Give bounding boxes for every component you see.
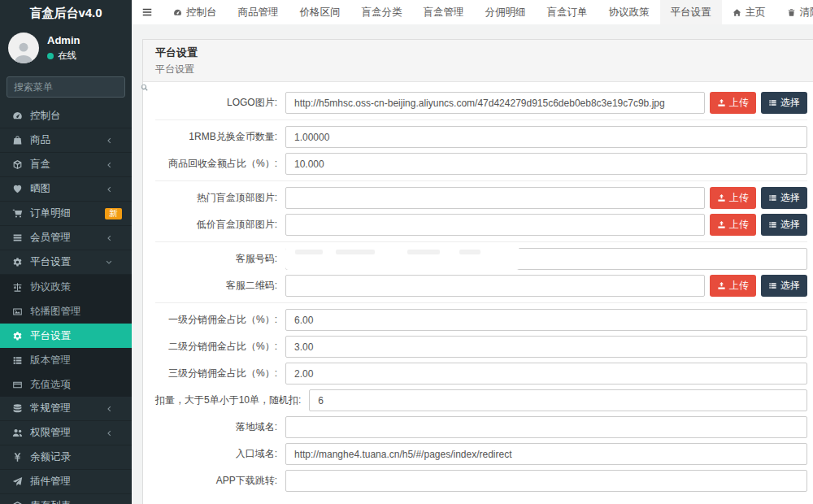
topnav-item-label: 盲盒分类 (362, 6, 402, 20)
field-label: 三级分销佣金占比（%）: (155, 363, 277, 385)
logo-image-input[interactable] (285, 92, 705, 114)
level2-commission-input[interactable] (285, 336, 807, 358)
recycle-percent-input[interactable] (285, 153, 807, 175)
topnav-item-clear-cache[interactable]: 清除缓存 (776, 0, 813, 24)
field-label: 落地域名: (155, 416, 277, 438)
list-icon (768, 98, 777, 107)
hot-top-image-input[interactable] (285, 187, 705, 209)
form-row-level1-commission: 一级分销佣金占比（%）: (155, 309, 807, 331)
form-divider (155, 180, 807, 181)
topnav-item-blindbox-orders[interactable]: 盲盒订单 (537, 0, 598, 24)
chevron-left-icon (102, 429, 116, 437)
cheap-top-image-input[interactable] (285, 214, 705, 236)
sidebar-item-label: 版本管理 (30, 354, 122, 367)
entry-domain-input[interactable] (285, 443, 807, 465)
topnav-item-label: 主页 (746, 6, 766, 20)
level1-commission-input[interactable] (285, 309, 807, 331)
cube-icon (10, 501, 24, 504)
field-label: 二级分销佣金占比（%）: (155, 336, 277, 358)
choose-button[interactable]: 选择 (761, 187, 807, 209)
field-label: 扣量，大于5单小于10单，随机扣: (155, 389, 301, 411)
sidebar-item-photos[interactable]: 晒图 (0, 177, 132, 202)
topnav-item-label: 清除缓存 (800, 6, 813, 20)
upload-button[interactable]: 上传 (710, 92, 756, 114)
upload-button[interactable]: 上传 (710, 275, 756, 297)
breadcrumb: 平台设置 (155, 63, 801, 76)
sidebar-item-plugin-management[interactable]: 插件管理 (0, 470, 132, 494)
topnav-item-platform-settings[interactable]: 平台设置 (660, 0, 722, 24)
sidebar-item-label: 协议政策 (30, 280, 122, 294)
topnav-item-blindbox-category[interactable]: 盲盒分类 (351, 0, 413, 24)
database-icon (10, 403, 24, 414)
sidebar-item-general-management[interactable]: 常规管理 (0, 397, 132, 421)
topnav-item-commission-details[interactable]: 分佣明细 (475, 0, 537, 24)
sidebar-item-permission-management[interactable]: 权限管理 (0, 421, 132, 445)
topnav-item-price-range[interactable]: 价格区间 (289, 0, 351, 24)
sidebar-item-members[interactable]: 会员管理 (0, 226, 132, 250)
chevron-left-icon (102, 234, 116, 242)
level3-commission-input[interactable] (285, 363, 807, 385)
form-row-service-qrcode: 客服二维码:上传选择 (155, 275, 807, 297)
sidebar-search (7, 76, 125, 98)
deduction-input[interactable] (309, 389, 807, 411)
layers-icon (10, 355, 24, 366)
sidebar-item-inventory-list[interactable]: 库存列表 (0, 494, 132, 504)
topnav-item-goods-management[interactable]: 商品管理 (228, 0, 289, 24)
panel-heading: 平台设置 平台设置 (143, 40, 813, 82)
topnav-right: 主页清除缓存 (722, 0, 813, 24)
form-row-logo-image: LOGO图片:上传选择 (155, 92, 807, 114)
sidebar-item-label: 充值选项 (30, 378, 122, 392)
topnav-item-home[interactable]: 主页 (722, 0, 776, 24)
sidebar-item-label: 平台设置 (30, 329, 122, 343)
sidebar-item-balance-records[interactable]: 余额记录 (0, 445, 132, 470)
sidebar-item-banner-management[interactable]: 轮播图管理 (0, 299, 132, 324)
landing-domain-input[interactable] (285, 416, 807, 438)
choose-button[interactable]: 选择 (761, 92, 807, 114)
trash-icon (787, 8, 796, 17)
form-row-rmb-exchange-rate: 1RMB兑换金币数量: (155, 126, 807, 148)
sidebar-item-version-management[interactable]: 版本管理 (0, 348, 132, 372)
form-row-level3-commission: 三级分销佣金占比（%）: (155, 363, 807, 385)
list-icon (768, 220, 777, 229)
sidebar-item-platform-settings-page[interactable]: 平台设置 (0, 324, 132, 348)
topnav-item-label: 商品管理 (238, 6, 279, 20)
sidebar-item-blindbox[interactable]: 盲盒 (0, 153, 132, 177)
search-input[interactable] (14, 81, 140, 93)
choose-button[interactable]: 选择 (761, 275, 807, 297)
topnav-item-dashboard[interactable]: 控制台 (163, 0, 228, 24)
sidebar-item-agreement-policy[interactable]: 协议政策 (0, 275, 132, 299)
watermark-patch (285, 247, 520, 270)
upload-button[interactable]: 上传 (710, 187, 756, 209)
sidebar-item-label: 晒图 (30, 182, 102, 196)
topnav-item-blindbox-management[interactable]: 盲盒管理 (413, 0, 475, 24)
settings-panel: 平台设置 平台设置 LOGO图片:上传选择1RMB兑换金币数量:商品回收金额占比… (142, 39, 813, 504)
user-status-label: 在线 (58, 50, 76, 62)
main-area: 控制台商品管理价格区间盲盒分类盲盒管理分佣明细盲盒订单协议政策平台设置 主页清除… (132, 0, 813, 504)
sidebar-item-goods[interactable]: 商品 (0, 128, 132, 153)
sidebar-item-label: 库存列表 (30, 499, 122, 504)
hamburger-menu-icon[interactable] (132, 0, 163, 24)
sidebar-item-recharge-options[interactable]: 充值选项 (0, 372, 132, 397)
form-row-app-download-redirect: APP下载跳转: (155, 470, 807, 492)
sidebar-item-label: 控制台 (30, 109, 122, 123)
plane-icon (10, 476, 24, 487)
yen-icon (10, 452, 24, 463)
rmb-exchange-rate-input[interactable] (285, 126, 807, 148)
sidebar-item-order-details[interactable]: 订单明细新 (0, 202, 132, 226)
settings-form: LOGO图片:上传选择1RMB兑换金币数量:商品回收金额占比（%）:热门盲盒顶部… (143, 82, 813, 504)
user-name: Admin (47, 34, 80, 46)
topnav-item-agreement-policy[interactable]: 协议政策 (598, 0, 660, 24)
topnav-items: 控制台商品管理价格区间盲盒分类盲盒管理分佣明细盲盒订单协议政策平台设置 (163, 0, 722, 24)
service-qrcode-input[interactable] (285, 275, 705, 297)
upload-button[interactable]: 上传 (710, 214, 756, 236)
sidebar-item-label: 常规管理 (30, 402, 102, 415)
app-download-redirect-input[interactable] (285, 470, 807, 492)
avatar (8, 33, 39, 63)
form-row-level2-commission: 二级分销佣金占比（%）: (155, 336, 807, 358)
sidebar-item-dashboard[interactable]: 控制台 (0, 104, 132, 128)
user-panel: Admin 在线 (0, 26, 132, 72)
sidebar-item-platform-settings[interactable]: 平台设置 (0, 250, 132, 275)
form-row-deduction: 扣量，大于5单小于10单，随机扣: (155, 389, 807, 411)
sidebar-item-label: 订单明细 (30, 206, 105, 220)
choose-button[interactable]: 选择 (761, 214, 807, 236)
